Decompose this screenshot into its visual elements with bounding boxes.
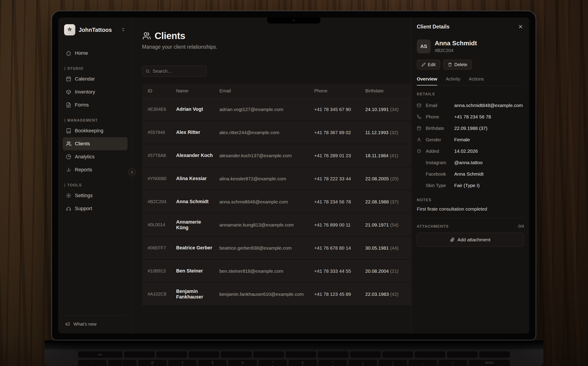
home-icon (66, 50, 71, 56)
workspace-name: JohnTattoos (79, 27, 117, 33)
detail-field-phone: Phone +41 78 234 56 78 (417, 111, 524, 122)
table-row[interactable]: #57T8A8 Alexander Koch alexander.koch137… (142, 144, 411, 167)
field-value: anna.schmidt848@example.com (454, 103, 524, 108)
gear-icon (66, 193, 71, 198)
table-row[interactable]: #06EFF7 Beatrice Gerber beatrice.gerber8… (142, 236, 411, 260)
cell-phone: +41 76 899 00 11 (314, 222, 365, 228)
detail-field-skin-type: Skin Type Fair (Type I) (417, 180, 524, 191)
cell-name: Ben Steiner (176, 268, 219, 274)
key-legend: @ (151, 361, 154, 365)
sidebar-collapse-button[interactable] (128, 168, 136, 176)
keyboard-key (253, 351, 284, 358)
users-icon (66, 141, 71, 146)
field-value: Female (454, 137, 524, 142)
sidebar-item-analytics[interactable]: Analytics (63, 150, 127, 163)
add-attachment-button[interactable]: Add attachment (417, 233, 524, 247)
field-label: Phone (426, 114, 454, 120)
cell-email: anna.schmidt646@example.com (219, 199, 314, 205)
key-legend: 0 (392, 365, 394, 366)
sidebar-item-reports[interactable]: Reports (63, 163, 127, 176)
keyboard-key: _- (409, 360, 437, 366)
keyboard-key (286, 351, 316, 358)
section-label: TOOLS (67, 183, 82, 187)
close-icon (518, 24, 523, 29)
cell-email: alina.kessler872@example.com (219, 176, 314, 182)
cell-id: #10B913 (148, 268, 176, 274)
sidebar-item-home[interactable]: Home (63, 47, 127, 60)
key-legend: ! (122, 361, 123, 365)
table-row[interactable]: #A102C8 Benjamin Fankhauser benjamin.fan… (142, 283, 411, 306)
delete-button[interactable]: Delete (443, 60, 472, 69)
pie-chart-icon (66, 154, 71, 160)
table-row[interactable]: #10B913 Ben Steiner ben.steiner818@examp… (142, 260, 411, 283)
sidebar-item-label: Settings (75, 193, 93, 198)
tab-activity[interactable]: Activity (446, 76, 460, 85)
key-legend: 9 (362, 365, 364, 366)
clients-table: ID Name Email Phone Birthdate #E304E6 Ad… (142, 84, 411, 306)
keyboard-key: %5 (228, 360, 257, 366)
key-legend: 2 (151, 365, 153, 366)
cell-name: Alex Ritter (176, 130, 219, 135)
keyboard-key (479, 351, 510, 358)
keyboard-key: )0 (379, 360, 407, 366)
sidebar-item-calendar[interactable]: Calendar (63, 72, 127, 85)
age-value: (34) (390, 107, 398, 112)
cell-birthdate: 20.08.2004(21) (365, 268, 411, 274)
laptop-screen: JohnTattoos Home STUDIO Calendar (58, 17, 529, 334)
detail-field-birthdate: Birthdate 22.09.1988 (37) (417, 122, 524, 134)
sidebar-item-bookkeeping[interactable]: Bookkeeping (63, 124, 127, 137)
cell-phone: +41 76 678 80 14 (314, 245, 365, 251)
cell-id: #57T8A8 (148, 153, 176, 158)
key-legend: 3 (181, 365, 183, 366)
main-content: Clients Manage your client relationships… (132, 17, 411, 334)
edit-button[interactable]: Edit (417, 60, 440, 69)
cell-phone: +41 78 222 33 44 (314, 176, 365, 182)
sidebar-item-forms[interactable]: Forms (63, 99, 127, 111)
cell-name: Benjamin Fankhauser (176, 289, 219, 300)
field-label: Birthdate (426, 126, 454, 131)
close-button[interactable] (517, 23, 524, 30)
tab-actions[interactable]: Actions (469, 76, 484, 85)
headphones-icon (66, 206, 71, 211)
sidebar-item-settings[interactable]: Settings (63, 189, 127, 202)
cell-phone: +41 78 367 89 02 (314, 130, 365, 135)
key-legend: & (302, 361, 304, 365)
bar-chart-icon (66, 167, 71, 172)
sidebar-item-label: Inventory (75, 89, 95, 95)
sidebar-item-clients[interactable]: Clients (63, 137, 127, 150)
sidebar-nav: Home STUDIO Calendar Inventory Forms (63, 47, 127, 215)
sidebar-item-support[interactable]: Support (63, 202, 127, 215)
table-row-selected[interactable]: #B2C204 Anna Schmidt anna.schmidt646@exa… (142, 191, 411, 214)
sidebar-item-inventory[interactable]: Inventory (63, 85, 127, 99)
cell-name: Adrian Vogt (176, 107, 219, 112)
keyboard-key (318, 351, 349, 358)
table-row[interactable]: #0L0014 Annamerie Küng annamarie.kung813… (142, 214, 411, 236)
detail-field-email: Email anna.schmidt848@example.com (417, 99, 524, 111)
laptop-hinge (45, 340, 543, 349)
field-value: 22.09.1988 (37) (454, 126, 524, 131)
notes-section-heading: NOTES (417, 198, 524, 202)
avatar: AS (417, 39, 431, 53)
cell-name: Beatrice Gerber (176, 245, 219, 251)
key-legend: _ (422, 361, 424, 365)
age-value: (37) (390, 199, 398, 204)
table-row[interactable]: #E304E6 Adrian Vogt adrian.vogt127@examp… (142, 98, 411, 121)
sidebar-item-label: Bookkeeping (75, 128, 103, 134)
search-input[interactable] (153, 69, 203, 74)
workspace-switcher[interactable]: JohnTattoos (63, 23, 127, 36)
section-heading-studio: STUDIO (65, 66, 127, 71)
users-heading-icon (142, 32, 151, 40)
table-row[interactable]: #YN0080 Alina Kessiar alina.kessler872@e… (142, 167, 411, 191)
sidebar-footer: What's new (63, 315, 127, 327)
whats-new-label: What's new (74, 322, 97, 327)
birthdate-value: 11.12.1993 (365, 130, 388, 135)
table-row[interactable]: #557846 Alex Ritter alex.ritter244@examp… (142, 121, 411, 144)
cell-id: #B2C204 (148, 199, 176, 204)
tab-overview[interactable]: Overview (417, 76, 437, 85)
field-value: Anna Schmidt (454, 171, 524, 177)
section-label: STUDIO (67, 66, 84, 71)
key-legend: 4 (212, 365, 214, 366)
camera-notch (267, 17, 320, 23)
whats-new-link[interactable]: What's new (63, 321, 127, 327)
cell-birthdate: 22.08.2005(20) (365, 176, 411, 182)
